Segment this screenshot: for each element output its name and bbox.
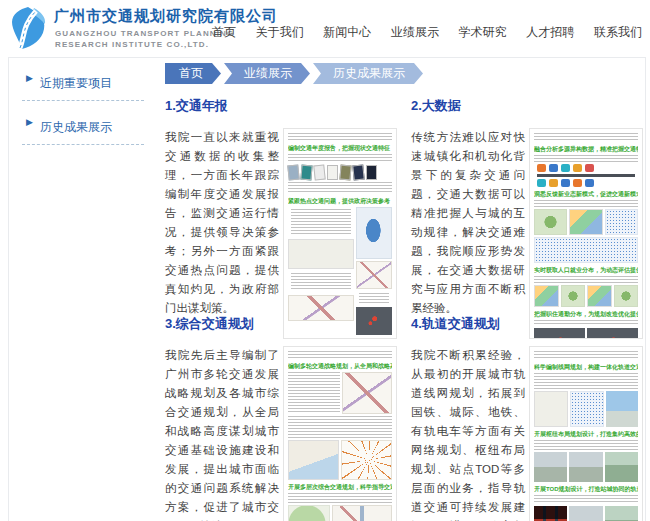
breadcrumb: 首页 业绩展示 历史成果展示 [165,63,423,84]
figure-heading: 洞悉反馈新业态新模式，促进交通新模式良性发展 [534,190,638,198]
figure-heading: 紧跟热点交通问题，提供政府决策参考 [288,197,392,205]
photo-thumbnail [569,452,602,482]
photo-thumbnail [605,506,638,521]
map-thumbnail [534,237,638,263]
nav-contact[interactable]: 联系我们 [594,24,642,41]
section-body-text: 我院不断积累经验，从最初的开展城市轨道线网规划，拓展到国铁、城际、地铁、有轨电车… [411,346,525,521]
map-thumbnail [605,209,638,235]
map-thumbnail [356,261,392,289]
vehicle-icons [537,179,635,187]
section-annual-report: 1.交通年报 我院一直以来就重视交通数据的收集整理，一方面长年跟踪编制年度交通发… [165,97,397,339]
map-thumbnail [534,209,567,235]
figure-big-data: 融合分析多源异构数据，精准把握交通特征 洞悉反馈新业态新模式，促进交通新模式良性… [529,128,643,339]
report-covers [288,165,392,180]
figure-heading: 科学编制线网规划，构建一体化轨道交通网络 [534,363,638,371]
section-body-text: 我院先后主导编制了广州市多轮交通发展战略规划及各城市综合交通规划，从全局和战略高… [165,346,279,521]
figure-heading: 开展TOD规划设计，打造站城协同的轨道交通综合体 [534,485,638,493]
map-thumbnail [614,285,639,307]
section-big-data: 2.大数据 传统方法难以应对快速城镇化和机动化背景下的复杂交通问题，交通大数据可… [411,97,643,339]
map-thumbnail [332,505,392,521]
map-thumbnail [561,285,586,307]
figure-heading: 融合分析多源异构数据，精准把握交通特征 [534,145,638,153]
nav-home[interactable]: 首页 [212,24,236,41]
photo-thumbnail [605,452,638,482]
map-thumbnail [288,505,330,521]
nav-research[interactable]: 学术研究 [459,24,507,41]
map-thumbnail [570,391,604,427]
main-nav: 首页 关于我们 新闻中心 业绩展示 学术研究 人才招聘 联系我们 [212,24,642,41]
section-title: 4.轨道交通规划 [411,315,643,333]
nav-recruit[interactable]: 人才招聘 [526,24,574,41]
figure-heading: 编制交通年度报告，把握现状交通特征 [288,144,392,152]
figure-heading: 开展多层次综合交通规划，科学指导交通资源配置 [288,483,392,491]
figure-heading: 编制多轮交通战略规划，从全局和战略高度谋划交通发展 [288,362,392,370]
section-title: 2.大数据 [411,97,643,115]
section-rail-transit-planning: 4.轨道交通规划 我院不断积累经验，从最初的开展城市轨道线网规划，拓展到国铁、城… [411,315,643,521]
figure-comprehensive-planning: 编制多轮交通战略规划，从全局和战略高度谋划交通发展 开展多层次综合交通规划，科学… [283,346,397,521]
company-name-en-line1: GUANGZHOU TRANSPORT PLANNING [55,28,234,39]
map-thumbnail [342,372,392,414]
page: 广州市交通规划研究院有限公司 GUANGZHOU TRANSPORT PLANN… [0,0,650,521]
map-thumbnail [534,285,559,307]
figure-annual-report: 编制交通年度报告，把握现状交通特征 紧跟热点交通问题，提供政府决策参考 [283,128,397,339]
section-body-text: 我院一直以来就重视交通数据的收集整理，一方面长年跟踪编制年度交通发展报告，监测交… [165,128,279,339]
photo-thumbnail [569,506,602,521]
section-body-text: 传统方法难以应对快速城镇化和机动化背景下的复杂交通问题，交通大数据可以精准把握人… [411,128,525,339]
map-thumbnail [569,209,602,235]
company-name-en-line2: RESEARCH INSTITUTE CO.,LTD. [55,39,234,50]
map-thumbnail [341,440,392,480]
nav-news[interactable]: 新闻中心 [323,24,371,41]
map-thumbnail [534,391,568,427]
company-name-en: GUANGZHOU TRANSPORT PLANNING RESEARCH IN… [55,28,234,50]
chevron-right-icon: ▶ [26,73,33,83]
diagram-thumbnail [534,506,567,521]
section-comprehensive-planning: 3.综合交通规划 我院先后主导编制了广州市多轮交通发展战略规划及各城市综合交通规… [165,315,397,521]
section-title: 3.综合交通规划 [165,315,397,333]
map-thumbnail [587,285,612,307]
nav-about[interactable]: 关于我们 [256,24,304,41]
vehicle-icons [537,164,635,172]
sidebar-item-label: 近期重要项目 [40,76,112,90]
sidebar-item-label: 历史成果展示 [40,120,112,134]
photo-thumbnail [606,391,638,427]
breadcrumb-achievements[interactable]: 业绩展示 [224,63,310,84]
map-thumbnail [356,207,392,259]
figure-heading: 实时获取人口就业分布，为动态评估提供新思路 [534,266,638,274]
sidebar-item-recent-projects[interactable]: ▶ 近期重要项目 [22,71,144,101]
section-title: 1.交通年报 [165,97,397,115]
breadcrumb-history[interactable]: 历史成果展示 [313,63,423,84]
sidebar: ▶ 近期重要项目 ▶ 历史成果展示 [8,57,158,145]
map-thumbnail [288,440,339,480]
breadcrumb-home[interactable]: 首页 [165,63,221,84]
map-thumbnail [288,239,354,269]
figure-rail-transit: 科学编制线网规划，构建一体化轨道交通网络 开展枢纽布局规划设计，打造集约高效的综… [529,346,643,521]
chevron-right-icon: ▶ [26,117,33,127]
figure-heading: 开展枢纽布局规划设计，打造集约高效的综合交通枢纽 [534,430,638,438]
nav-achievements[interactable]: 业绩展示 [391,24,439,41]
photo-thumbnail [534,452,567,482]
header: 广州市交通规划研究院有限公司 GUANGZHOU TRANSPORT PLANN… [0,0,650,57]
company-logo-icon [8,5,48,51]
sidebar-item-history-achievements[interactable]: ▶ 历史成果展示 [22,115,144,145]
